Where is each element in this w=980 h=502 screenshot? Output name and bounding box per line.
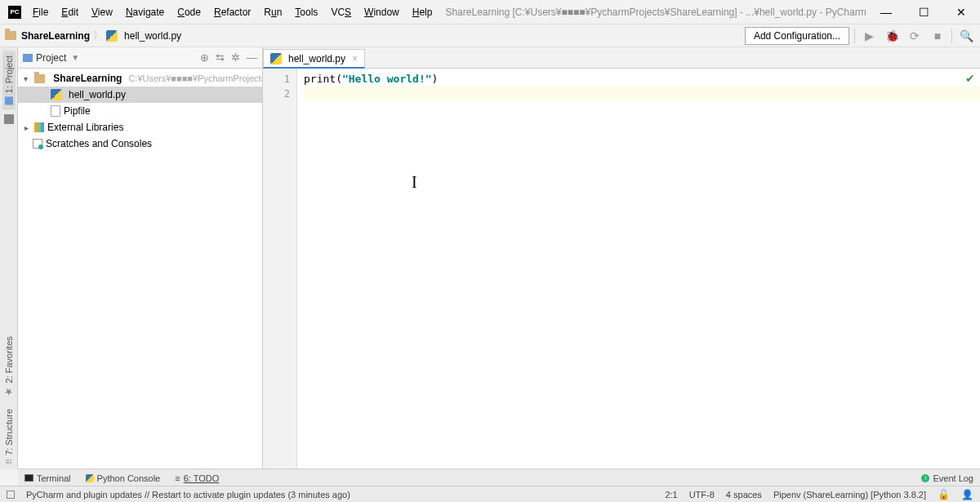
expand-icon[interactable]: ⇆ bbox=[216, 51, 225, 64]
gear-icon[interactable]: ✲ bbox=[231, 51, 240, 64]
star-icon: ★ bbox=[3, 386, 15, 398]
menu-navigate[interactable]: Navigate bbox=[121, 3, 169, 21]
python-interpreter[interactable]: Pipenv (ShareLearning) [Python 3.8.2] bbox=[773, 490, 926, 500]
run-with-coverage-icon[interactable]: ⟳ bbox=[906, 27, 924, 45]
folder-icon bbox=[5, 31, 16, 40]
tool-tab-python-console[interactable]: Python Console bbox=[86, 473, 161, 483]
run-icon[interactable]: ▶ bbox=[860, 27, 878, 45]
tool-icon[interactable] bbox=[4, 114, 14, 124]
tree-file[interactable]: hell_world.py bbox=[18, 87, 262, 103]
menu-file[interactable]: File bbox=[28, 3, 53, 21]
tool-tab-structure[interactable]: ⠿7: Structure bbox=[2, 404, 16, 469]
tool-windows-toggle-icon[interactable] bbox=[7, 491, 15, 499]
python-file-icon bbox=[51, 89, 62, 100]
breadcrumb-file[interactable]: hell_world.py bbox=[124, 30, 181, 42]
project-tree: ▾ ShareLearning C:¥Users¥■■■■¥PycharmPro… bbox=[18, 69, 262, 153]
separator bbox=[854, 29, 855, 43]
lock-icon[interactable]: 🔓 bbox=[938, 489, 950, 500]
project-icon bbox=[5, 96, 13, 104]
python-icon bbox=[86, 474, 94, 482]
separator bbox=[951, 29, 952, 43]
breadcrumb-project[interactable]: ShareLearning bbox=[21, 30, 90, 42]
tree-scratches[interactable]: Scratches and Consoles bbox=[18, 135, 262, 152]
libraries-icon bbox=[34, 122, 44, 132]
tree-file[interactable]: Pipfile bbox=[18, 103, 262, 119]
minimize-button[interactable]: — bbox=[867, 0, 905, 24]
chevron-down-icon: ▼ bbox=[71, 53, 79, 62]
bottom-tool-tabs: Terminal Python Console ≡6: TODO !Event … bbox=[18, 469, 980, 486]
chevron-down-icon: ▾ bbox=[21, 74, 31, 83]
code-area[interactable]: print("Hello world!") I bbox=[297, 69, 980, 469]
event-log-button[interactable]: !Event Log bbox=[921, 473, 973, 483]
python-file-icon bbox=[270, 53, 282, 64]
todo-icon: ≡ bbox=[175, 473, 180, 483]
project-panel-title[interactable]: Project ▼ bbox=[23, 52, 79, 64]
tree-root[interactable]: ▾ ShareLearning C:¥Users¥■■■■¥PycharmPro… bbox=[18, 70, 262, 87]
breadcrumb-sep: 〉 bbox=[93, 29, 103, 42]
file-encoding[interactable]: UTF-8 bbox=[689, 490, 715, 500]
tree-external-libraries[interactable]: ▸ External Libraries bbox=[18, 119, 262, 135]
tool-tab-todo[interactable]: ≡6: TODO bbox=[175, 473, 219, 483]
add-configuration-button[interactable]: Add Configuration... bbox=[745, 27, 849, 45]
line-gutter: 1 2 bbox=[263, 69, 297, 469]
pycharm-app-icon: PC bbox=[8, 6, 21, 19]
search-icon[interactable]: 🔍 bbox=[957, 27, 975, 45]
tool-tab-favorites[interactable]: ★2: Favorites bbox=[2, 331, 16, 402]
terminal-icon bbox=[24, 474, 33, 482]
python-file-icon bbox=[106, 30, 118, 42]
inspections-ok-icon[interactable]: ✔ bbox=[965, 72, 975, 85]
chevron-right-icon: ▸ bbox=[21, 123, 31, 132]
menu-refactor[interactable]: Refactor bbox=[209, 3, 256, 21]
debug-icon[interactable]: 🐞 bbox=[883, 27, 901, 45]
editor-area: hell_world.py × 1 2 print("Hello world!"… bbox=[263, 47, 980, 469]
menu-edit[interactable]: Edit bbox=[56, 3, 83, 21]
indent-setting[interactable]: 4 spaces bbox=[726, 490, 762, 500]
main-menu: File Edit View Navigate Code Refactor Ru… bbox=[28, 3, 437, 21]
tool-tab-terminal[interactable]: Terminal bbox=[24, 473, 71, 483]
caret-position[interactable]: 2:1 bbox=[665, 490, 677, 500]
hide-icon[interactable]: — bbox=[247, 51, 257, 64]
tool-tab-project[interactable]: 1: Project bbox=[2, 51, 16, 109]
close-tab-icon[interactable]: × bbox=[352, 53, 358, 64]
maximize-button[interactable]: ☐ bbox=[905, 0, 942, 24]
editor-tabs: hell_world.py × bbox=[263, 47, 980, 69]
window-controls: — ☐ ✕ bbox=[867, 0, 980, 24]
menu-view[interactable]: View bbox=[87, 3, 118, 21]
menu-window[interactable]: Window bbox=[359, 3, 404, 21]
titlebar: PC File Edit View Navigate Code Refactor… bbox=[0, 0, 980, 24]
menu-run[interactable]: Run bbox=[259, 3, 287, 21]
breadcrumb: ShareLearning 〉 hell_world.py bbox=[21, 29, 181, 42]
status-bar: PyCharm and plugin updates // Restart to… bbox=[0, 486, 980, 502]
editor-body[interactable]: 1 2 print("Hello world!") I ✔ bbox=[263, 69, 980, 469]
close-button[interactable]: ✕ bbox=[942, 0, 980, 24]
locate-icon[interactable]: ⊕ bbox=[200, 51, 209, 64]
editor-tab[interactable]: hell_world.py × bbox=[263, 49, 365, 69]
stop-icon[interactable]: ■ bbox=[929, 27, 947, 45]
project-view-icon bbox=[23, 54, 33, 62]
inspector-icon[interactable]: 👤 bbox=[961, 489, 973, 500]
menu-vcs[interactable]: VCS bbox=[326, 3, 356, 21]
file-icon bbox=[51, 105, 60, 117]
scratches-icon bbox=[33, 139, 42, 149]
menu-tools[interactable]: Tools bbox=[290, 3, 323, 21]
text-cursor-icon: I bbox=[412, 175, 417, 189]
menu-help[interactable]: Help bbox=[408, 3, 438, 21]
main-area: 1: Project ★2: Favorites ⠿7: Structure P… bbox=[0, 47, 980, 469]
code-line: print("Hello world!") bbox=[304, 72, 980, 87]
event-log-icon: ! bbox=[921, 474, 929, 482]
code-line-current bbox=[304, 87, 980, 101]
navigation-toolbar: ShareLearning 〉 hell_world.py Add Config… bbox=[0, 24, 980, 47]
project-panel-header: Project ▼ ⊕ ⇆ ✲ — bbox=[18, 47, 262, 69]
status-message: PyCharm and plugin updates // Restart to… bbox=[26, 490, 350, 500]
menu-code[interactable]: Code bbox=[172, 3, 206, 21]
window-title: ShareLearning [C:¥Users¥■■■■¥PycharmProj… bbox=[445, 7, 866, 18]
folder-icon bbox=[34, 74, 46, 83]
structure-icon: ⠿ bbox=[4, 459, 13, 464]
left-tool-gutter: 1: Project ★2: Favorites ⠿7: Structure bbox=[0, 47, 18, 469]
project-tool-window: Project ▼ ⊕ ⇆ ✲ — ▾ ShareLearning C:¥Use… bbox=[18, 47, 263, 469]
